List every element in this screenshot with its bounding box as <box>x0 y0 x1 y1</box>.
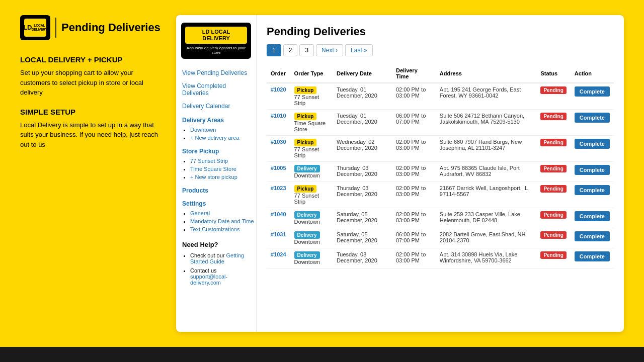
col-delivery-date: Delivery Date <box>333 64 392 83</box>
cell-order-type: Delivery Downtown <box>290 208 333 228</box>
settings-text-custom[interactable]: Text Customizations <box>190 226 256 232</box>
cell-time: 02:00 PM to 03:00 PM <box>392 248 436 268</box>
type-badge: Delivery <box>294 231 320 239</box>
section-products[interactable]: Products <box>176 183 256 196</box>
list-item: Text Customizations <box>190 225 256 233</box>
cell-status: Pending <box>536 182 570 208</box>
store-pickup-list: 77 Sunset Strip Time Square Store + New … <box>176 157 256 181</box>
cell-time: 02:00 PM to 03:00 PM <box>392 182 436 208</box>
type-name: 77 Sunset Strip <box>294 146 319 158</box>
help-item-2-text: Contact us <box>190 267 217 274</box>
logo-box: LDLOCALDELIVERY <box>20 15 50 40</box>
cell-action: Complete <box>571 208 614 228</box>
nav-delivery-calendar[interactable]: Delivery Calendar <box>176 100 256 113</box>
type-name: Downtown <box>294 219 320 225</box>
status-badge: Pending <box>540 231 566 239</box>
sidebar-logo-text: LD LOCALDELIVERY <box>185 27 247 44</box>
order-link[interactable]: #1010 <box>271 113 286 119</box>
table-body: #1020 Pickup 77 Sunset Strip Tuesday, 01… <box>267 83 614 268</box>
complete-button[interactable]: Complete <box>575 211 610 221</box>
cell-time: 06:00 PM to 07:00 PM <box>392 228 436 248</box>
complete-button[interactable]: Complete <box>575 86 610 97</box>
type-badge: Pickup <box>294 86 317 94</box>
col-address: Address <box>436 64 537 83</box>
page-3-button[interactable]: 3 <box>299 44 314 56</box>
cell-date: Thursday, 03 December, 2020 <box>333 162 392 182</box>
cell-action: Complete <box>571 136 614 162</box>
cell-time: 02:00 PM to 03:00 PM <box>392 83 436 110</box>
list-item: + New store pickup <box>190 173 256 181</box>
left-desc-2: Local Delivery is simple to set up in a … <box>20 120 161 150</box>
type-name: Time Square Store <box>294 120 326 132</box>
sidebar-help: Need Help? Check out our Getting Started… <box>176 241 256 286</box>
pagination-last[interactable]: Last » <box>345 44 373 56</box>
area-new[interactable]: + New delivery area <box>190 135 256 141</box>
type-name: 77 Sunset Strip <box>294 193 319 205</box>
nav-view-completed[interactable]: View Completed Deliveries <box>176 79 256 100</box>
cell-address: 21667 Darrick Well, Langoshport, IL 9711… <box>436 182 537 208</box>
list-item: Check out our Getting Started Guide <box>190 252 250 264</box>
table-row: #1040 Delivery Downtown Saturday, 05 Dec… <box>267 208 614 228</box>
order-link[interactable]: #1005 <box>271 165 286 171</box>
complete-button[interactable]: Complete <box>575 251 610 261</box>
col-order: Order <box>267 64 290 83</box>
cell-order: #1020 <box>267 83 290 110</box>
complete-button[interactable]: Complete <box>575 165 610 175</box>
sidebar-nav: View Pending Deliveries View Completed D… <box>176 66 256 233</box>
cell-order-type: Delivery Downtown <box>290 162 333 182</box>
table-row: #1024 Delivery Downtown Tuesday, 08 Dece… <box>267 248 614 268</box>
type-badge: Pickup <box>294 113 317 120</box>
logo-divider <box>55 18 56 38</box>
table-row: #1030 Pickup 77 Sunset Strip Wednesday, … <box>267 136 614 162</box>
status-badge: Pending <box>540 165 566 172</box>
cell-address: Suite 506 24712 Bethann Canyon, Jaskolsk… <box>436 110 537 136</box>
order-link[interactable]: #1023 <box>271 185 286 191</box>
complete-button[interactable]: Complete <box>575 185 610 195</box>
pickup-new[interactable]: + New store pickup <box>190 174 256 180</box>
help-list: Check out our Getting Started Guide Cont… <box>182 252 250 286</box>
sidebar-logo-tagline: Add local delivery options to your store <box>185 46 247 55</box>
type-name: Downtown <box>294 239 320 245</box>
table-row: #1031 Delivery Downtown Saturday, 05 Dec… <box>267 228 614 248</box>
order-link[interactable]: #1024 <box>271 251 286 257</box>
pickup-timesquare[interactable]: Time Square Store <box>190 166 256 172</box>
cell-action: Complete <box>571 83 614 110</box>
cell-status: Pending <box>536 248 570 268</box>
list-item: General <box>190 209 256 217</box>
cell-date: Wednesday, 02 December, 2020 <box>333 136 392 162</box>
section-delivery-areas: Delivery Areas <box>176 113 256 126</box>
section-settings: Settings <box>176 196 256 209</box>
order-link[interactable]: #1040 <box>271 211 286 217</box>
order-link[interactable]: #1030 <box>271 139 286 145</box>
help-contact-email[interactable]: support@local-delivery.com <box>190 274 227 286</box>
type-badge: Delivery <box>294 251 320 259</box>
complete-button[interactable]: Complete <box>575 139 610 149</box>
order-link[interactable]: #1031 <box>271 231 286 237</box>
pickup-sunset[interactable]: 77 Sunset Strip <box>190 158 256 164</box>
delivery-areas-list: Downtown + New delivery area <box>176 126 256 142</box>
bottom-bar <box>0 347 644 362</box>
cell-order-type: Pickup Time Square Store <box>290 110 333 136</box>
settings-date-time[interactable]: Mandatory Date and Time <box>190 218 256 224</box>
status-badge: Pending <box>540 251 566 259</box>
pagination-next[interactable]: Next › <box>316 44 343 56</box>
list-item: Time Square Store <box>190 165 256 173</box>
cell-status: Pending <box>536 228 570 248</box>
table-header-row: Order Order Type Delivery Date Delivery … <box>267 64 614 83</box>
complete-button[interactable]: Complete <box>575 113 610 123</box>
status-badge: Pending <box>540 139 566 146</box>
cell-address: Suite 680 7907 Hand Burgs, New Josephina… <box>436 136 537 162</box>
settings-general[interactable]: General <box>190 210 256 216</box>
cell-date: Tuesday, 01 December, 2020 <box>333 110 392 136</box>
area-downtown[interactable]: Downtown <box>190 127 256 133</box>
page-2-button[interactable]: 2 <box>283 44 298 56</box>
logo-title: Pending Deliveries <box>61 21 160 34</box>
table-row: #1010 Pickup Time Square Store Tuesday, … <box>267 110 614 136</box>
nav-view-pending[interactable]: View Pending Deliveries <box>176 66 256 79</box>
cell-time: 02:00 PM to 03:00 PM <box>392 136 436 162</box>
cell-time: 02:00 PM to 03:00 PM <box>392 208 436 228</box>
page-1-button[interactable]: 1 <box>267 44 281 56</box>
order-link[interactable]: #1020 <box>271 86 286 93</box>
complete-button[interactable]: Complete <box>575 231 610 241</box>
sidebar-logo: LD LOCALDELIVERY Add local delivery opti… <box>181 23 251 59</box>
